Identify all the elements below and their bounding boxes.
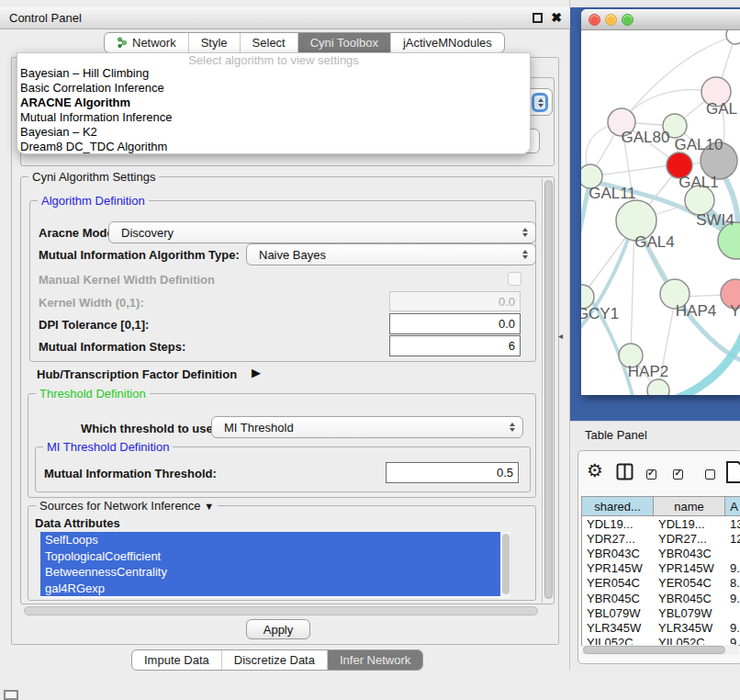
attributes-scroll-thumb[interactable] bbox=[502, 534, 510, 594]
table-row[interactable]: YDR27...YDR27...12 bbox=[582, 531, 740, 546]
control-panel-bottom-tabs: Impute DataDiscretize DataInfer Network bbox=[131, 649, 423, 671]
table-row[interactable]: YLR345WYLR345W9. bbox=[582, 620, 740, 635]
table-row[interactable]: YDL19...YDL19...13 bbox=[582, 516, 740, 531]
close-icon[interactable]: ✖ bbox=[551, 10, 562, 25]
collapse-triangle-icon[interactable]: ▼ bbox=[204, 501, 214, 512]
mi-threshold-field[interactable]: 0.5 bbox=[386, 462, 519, 483]
kernel-width-field[interactable]: 0.0 bbox=[389, 291, 521, 311]
node-cut-top[interactable] bbox=[726, 30, 740, 44]
edge[interactable] bbox=[678, 332, 740, 395]
table-hscroll-thumb[interactable] bbox=[583, 646, 725, 654]
which-threshold-combo[interactable]: MI Threshold bbox=[211, 416, 523, 438]
column-header-shared[interactable]: shared... bbox=[582, 497, 654, 516]
table-cell bbox=[725, 546, 740, 560]
table-cell: YDL19... bbox=[654, 516, 725, 531]
node-label-gal4: GAL4 bbox=[634, 233, 674, 251]
mi-type-combo[interactable]: Naive Bayes bbox=[246, 243, 536, 265]
network-window-titlebar[interactable] bbox=[581, 9, 740, 30]
table-horizontal-scrollbar[interactable] bbox=[582, 645, 738, 655]
table-cell: YBL079W bbox=[654, 605, 725, 620]
table-container: ⚙ shared...nameA YDL19...YDL19...13YDR27… bbox=[577, 450, 740, 664]
table-header-row: shared...nameA bbox=[582, 497, 740, 516]
minimize-traffic-light-icon[interactable] bbox=[605, 14, 617, 26]
network-graph[interactable]: GALGAL80GAL10GAL1GAL11SWI4GAL4GCY1HAP4YH… bbox=[581, 30, 740, 395]
settings-vertical-scrollbar[interactable] bbox=[542, 178, 554, 603]
table-row[interactable]: YPR145WYPR145W9. bbox=[582, 561, 740, 576]
table-cell: YBL079W bbox=[582, 605, 654, 620]
tab-discretize-data[interactable]: Discretize Data bbox=[222, 650, 328, 670]
attribute-item-selfloops[interactable]: SelfLoops bbox=[40, 532, 500, 548]
app-root: Control Panel ✖ NetworkStyleSelectCyni T… bbox=[0, 0, 740, 700]
tab-jactivemnodules[interactable]: jActiveMNodules bbox=[391, 33, 504, 52]
split-pane-collapse-icon[interactable]: ◂ bbox=[558, 331, 563, 341]
select-all-checkbox2-icon[interactable] bbox=[673, 469, 683, 480]
which-threshold-value: MI Threshold bbox=[224, 417, 294, 437]
hub-definition-label[interactable]: Hub/Transcription Factor Definition bbox=[37, 367, 237, 381]
table-cell: YDR27... bbox=[582, 531, 654, 546]
algorithm-option-dream8-dc-tdc-algorithm[interactable]: Dream8 DC_TDC Algorithm bbox=[17, 140, 530, 154]
algorithm-option-basic-correlation-inference[interactable]: Basic Correlation Inference bbox=[17, 81, 530, 96]
float-window-icon[interactable] bbox=[533, 13, 543, 23]
table-cell: YDL19... bbox=[582, 516, 654, 531]
attributes-list-scrollbar[interactable] bbox=[500, 532, 510, 598]
algorithm-option-mutual-information-inference[interactable]: Mutual Information Inference bbox=[17, 110, 530, 125]
apply-button[interactable]: Apply bbox=[246, 619, 310, 639]
node-label-gal1: GAL1 bbox=[678, 174, 718, 191]
deselect-all-checkbox-icon[interactable] bbox=[705, 469, 715, 480]
combo-focused-spinner[interactable] bbox=[532, 93, 548, 112]
attribute-item-topologicalcoefficient[interactable]: TopologicalCoefficient bbox=[40, 548, 500, 565]
cut-off-panel-icon[interactable] bbox=[4, 690, 18, 700]
table-row[interactable]: YBL079WYBL079W bbox=[582, 605, 740, 620]
tab-style[interactable]: Style bbox=[189, 33, 241, 52]
attribute-item-betweennesscentrality[interactable]: BetweennessCentrality bbox=[40, 564, 500, 581]
table-cell: 9. bbox=[725, 591, 740, 605]
attribute-item-gal4rgexp[interactable]: gal4RGexp bbox=[40, 581, 500, 597]
close-traffic-light-icon[interactable] bbox=[589, 14, 600, 26]
node-label-hap2: HAP2 bbox=[628, 363, 668, 380]
aracne-mode-value: Discovery bbox=[121, 222, 174, 243]
algorithm-definition-title: Algorithm Definition bbox=[38, 194, 149, 208]
table-panel-title: Table Panel bbox=[585, 422, 647, 449]
table-cell: YBR045C bbox=[654, 591, 725, 605]
mi-steps-label: Mutual Information Steps: bbox=[39, 340, 185, 354]
algorithm-option-bayesian-hill-climbing[interactable]: Bayesian – Hill Climbing bbox=[17, 66, 530, 81]
mi-type-value: Naive Bayes bbox=[259, 244, 326, 265]
settings-horizontal-scrollbar[interactable] bbox=[24, 606, 538, 615]
tab-cyni-toolbox[interactable]: Cyni Toolbox bbox=[298, 33, 391, 52]
manual-kernel-checkbox[interactable] bbox=[508, 272, 521, 286]
algorithm-option-aracne-algorithm[interactable]: ARACNE Algorithm bbox=[17, 96, 530, 110]
table-cell: 9. bbox=[725, 561, 740, 576]
attribute-table: shared...nameA YDL19...YDL19...13YDR27..… bbox=[581, 496, 740, 646]
algorithm-option-bayesian-k2[interactable]: Bayesian – K2 bbox=[17, 125, 530, 140]
tab-infer-network[interactable]: Infer Network bbox=[328, 650, 422, 670]
table-cell: YLR345W bbox=[582, 620, 654, 635]
table-row[interactable]: YBR045CYBR045C9. bbox=[582, 591, 740, 605]
tab-network[interactable]: Network bbox=[105, 33, 189, 52]
edge[interactable] bbox=[590, 164, 677, 176]
select-all-checkbox-icon[interactable] bbox=[646, 469, 656, 480]
table-row[interactable]: YER054CYER054C8. bbox=[582, 576, 740, 591]
algorithm-dropdown-popup: Select algorithm to view settings Bayesi… bbox=[17, 52, 531, 154]
tab-select[interactable]: Select bbox=[241, 33, 298, 52]
table-panel-titlebar: Table Panel bbox=[570, 421, 740, 448]
mi-threshold-group-title: MI Threshold Definition bbox=[43, 440, 173, 454]
which-threshold-label: Which threshold to use: bbox=[81, 422, 217, 435]
sources-group-title[interactable]: Sources for Network Inference ▼ bbox=[36, 499, 218, 514]
column-header-a[interactable]: A bbox=[725, 497, 740, 516]
dpi-tolerance-field[interactable]: 0.0 bbox=[389, 313, 521, 334]
aracne-mode-combo[interactable]: Discovery bbox=[108, 221, 536, 243]
settings-vscroll-thumb[interactable] bbox=[544, 180, 553, 599]
expand-arrow-icon[interactable]: ▶ bbox=[252, 366, 261, 379]
settings-group-title: Cyni Algorithm Settings bbox=[28, 170, 159, 184]
table-row[interactable]: YBR043CYBR043C bbox=[582, 546, 740, 560]
network-canvas[interactable]: GALGAL80GAL10GAL1GAL11SWI4GAL4GCY1HAP4YH… bbox=[581, 30, 740, 395]
node-cut-bottom[interactable] bbox=[647, 379, 669, 395]
tab-impute-data[interactable]: Impute Data bbox=[132, 650, 222, 670]
gear-icon[interactable]: ⚙ bbox=[587, 461, 603, 480]
table-cell: YBR043C bbox=[582, 546, 654, 560]
new-document-icon[interactable] bbox=[725, 460, 740, 484]
split-columns-icon[interactable] bbox=[616, 463, 633, 480]
column-header-name[interactable]: name bbox=[654, 497, 725, 516]
mi-steps-field[interactable]: 6 bbox=[389, 335, 521, 356]
zoom-traffic-light-icon[interactable] bbox=[622, 14, 633, 26]
